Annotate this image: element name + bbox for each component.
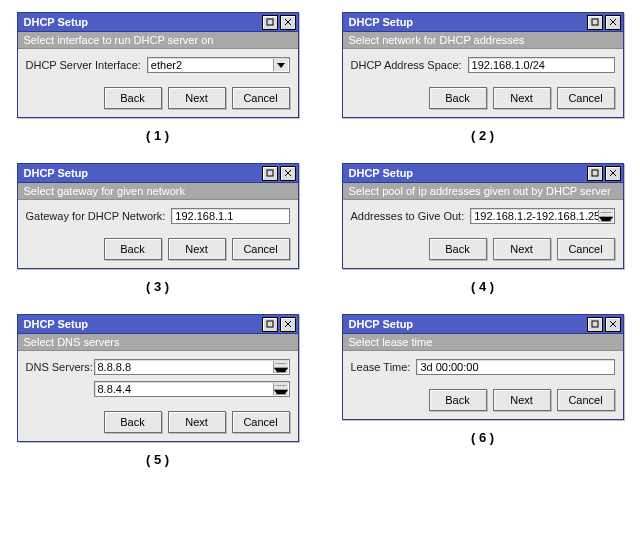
lease-label: Lease Time: <box>351 361 411 373</box>
titlebar: DHCP Setup <box>343 13 623 32</box>
next-button[interactable]: Next <box>493 238 551 260</box>
interface-value: ether2 <box>151 59 182 71</box>
svg-rect-0 <box>267 19 273 25</box>
titlebar: DHCP Setup <box>18 315 298 334</box>
pool-value: 192.168.1.2-192.168.1.254 <box>474 210 606 222</box>
close-icon[interactable] <box>280 317 296 332</box>
step-label-2: ( 2 ) <box>471 128 494 143</box>
close-icon[interactable] <box>280 166 296 181</box>
window-title: DHCP Setup <box>349 318 585 330</box>
cancel-button[interactable]: Cancel <box>557 238 615 260</box>
minimize-icon[interactable] <box>262 166 278 181</box>
close-icon[interactable] <box>280 15 296 30</box>
step-label-3: ( 3 ) <box>146 279 169 294</box>
window-title: DHCP Setup <box>24 16 260 28</box>
dhcp-setup-window-6: DHCP Setup Select lease time Lease Time:… <box>342 314 624 420</box>
dns1-input[interactable]: 8.8.8.8 <box>94 359 290 375</box>
back-button[interactable]: Back <box>429 87 487 109</box>
next-button[interactable]: Next <box>168 411 226 433</box>
next-button[interactable]: Next <box>493 389 551 411</box>
close-icon[interactable] <box>605 317 621 332</box>
subheader: Select interface to run DHCP server on <box>18 32 298 49</box>
titlebar: DHCP Setup <box>18 13 298 32</box>
back-button[interactable]: Back <box>104 238 162 260</box>
svg-rect-9 <box>592 170 598 176</box>
step-label-1: ( 1 ) <box>146 128 169 143</box>
back-button[interactable]: Back <box>104 87 162 109</box>
titlebar: DHCP Setup <box>343 164 623 183</box>
minimize-icon[interactable] <box>262 317 278 332</box>
next-button[interactable]: Next <box>168 87 226 109</box>
interface-label: DHCP Server Interface: <box>26 59 141 71</box>
window-title: DHCP Setup <box>349 167 585 179</box>
cancel-button[interactable]: Cancel <box>232 238 290 260</box>
cancel-button[interactable]: Cancel <box>232 411 290 433</box>
spinner-icon[interactable] <box>273 361 288 373</box>
pool-label: Addresses to Give Out: <box>351 210 465 222</box>
dhcp-setup-window-2: DHCP Setup Select network for DHCP addre… <box>342 12 624 118</box>
dhcp-setup-window-4: DHCP Setup Select pool of ip addresses g… <box>342 163 624 269</box>
cancel-button[interactable]: Cancel <box>232 87 290 109</box>
dhcp-setup-window-3: DHCP Setup Select gateway for given netw… <box>17 163 299 269</box>
back-button[interactable]: Back <box>429 238 487 260</box>
gateway-input[interactable]: 192.168.1.1 <box>171 208 289 224</box>
dns-label: DNS Servers: <box>26 361 88 373</box>
titlebar: DHCP Setup <box>343 315 623 334</box>
pool-input[interactable]: 192.168.1.2-192.168.1.254 <box>470 208 614 224</box>
minimize-icon[interactable] <box>587 166 603 181</box>
spin-down-icon[interactable] <box>599 217 613 223</box>
subheader: Select lease time <box>343 334 623 351</box>
next-button[interactable]: Next <box>493 87 551 109</box>
minimize-icon[interactable] <box>262 15 278 30</box>
dns2-value: 8.8.4.4 <box>98 383 132 395</box>
svg-rect-15 <box>592 321 598 327</box>
spin-down-icon[interactable] <box>274 390 288 396</box>
step-label-5: ( 5 ) <box>146 452 169 467</box>
cancel-button[interactable]: Cancel <box>557 389 615 411</box>
dropdown-icon[interactable] <box>273 59 288 71</box>
gateway-value: 192.168.1.1 <box>175 210 233 222</box>
interface-select[interactable]: ether2 <box>147 57 290 73</box>
spinner-icon[interactable] <box>598 210 613 222</box>
svg-rect-12 <box>267 321 273 327</box>
window-title: DHCP Setup <box>24 318 260 330</box>
next-button[interactable]: Next <box>168 238 226 260</box>
gateway-label: Gateway for DHCP Network: <box>26 210 166 222</box>
address-space-label: DHCP Address Space: <box>351 59 462 71</box>
dns1-value: 8.8.8.8 <box>98 361 132 373</box>
subheader: Select network for DHCP addresses <box>343 32 623 49</box>
close-icon[interactable] <box>605 166 621 181</box>
subheader: Select gateway for given network <box>18 183 298 200</box>
svg-rect-6 <box>267 170 273 176</box>
minimize-icon[interactable] <box>587 317 603 332</box>
back-button[interactable]: Back <box>104 411 162 433</box>
window-title: DHCP Setup <box>349 16 585 28</box>
step-label-6: ( 6 ) <box>471 430 494 445</box>
close-icon[interactable] <box>605 15 621 30</box>
step-label-4: ( 4 ) <box>471 279 494 294</box>
spinner-icon[interactable] <box>273 383 288 395</box>
svg-rect-3 <box>592 19 598 25</box>
minimize-icon[interactable] <box>587 15 603 30</box>
dhcp-setup-window-1: DHCP Setup Select interface to run DHCP … <box>17 12 299 118</box>
lease-input[interactable]: 3d 00:00:00 <box>416 359 614 375</box>
spin-down-icon[interactable] <box>274 368 288 374</box>
dhcp-setup-window-5: DHCP Setup Select DNS servers DNS Server… <box>17 314 299 442</box>
titlebar: DHCP Setup <box>18 164 298 183</box>
address-space-value: 192.168.1.0/24 <box>472 59 545 71</box>
lease-value: 3d 00:00:00 <box>420 361 478 373</box>
back-button[interactable]: Back <box>429 389 487 411</box>
subheader: Select DNS servers <box>18 334 298 351</box>
address-space-input[interactable]: 192.168.1.0/24 <box>468 57 615 73</box>
dns2-input[interactable]: 8.8.4.4 <box>94 381 290 397</box>
cancel-button[interactable]: Cancel <box>557 87 615 109</box>
subheader: Select pool of ip addresses given out by… <box>343 183 623 200</box>
window-title: DHCP Setup <box>24 167 260 179</box>
